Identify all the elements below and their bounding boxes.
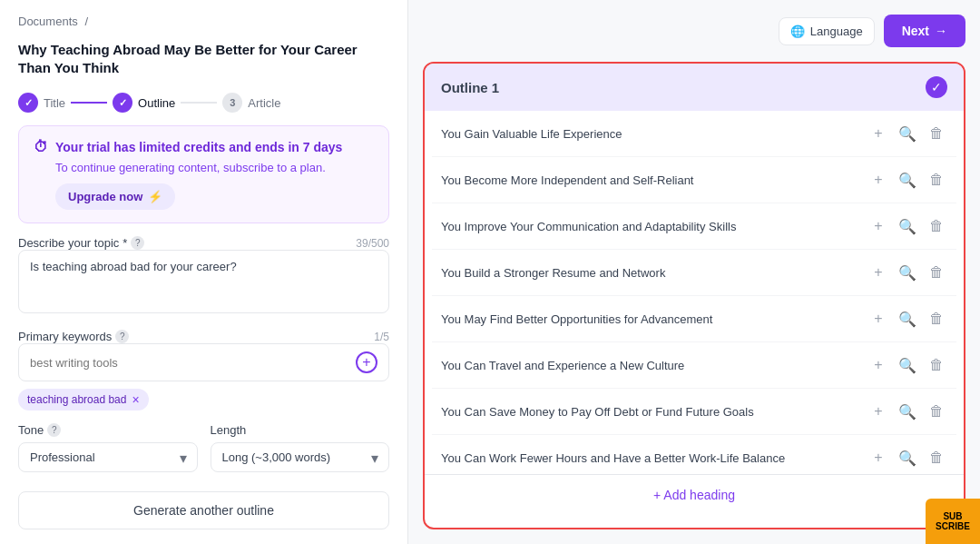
outline-item-add-2[interactable]: +	[867, 169, 889, 191]
keyword-tag-0: teaching abroad bad ×	[18, 389, 149, 410]
outline-item-6: You Can Travel and Experience a New Cult…	[432, 342, 956, 389]
outline-item-delete-4[interactable]: 🗑	[926, 262, 947, 283]
outline-item-actions-8: + 🔍 🗑	[867, 447, 947, 469]
keywords-field-header: Primary keywords ? 1/5	[18, 330, 389, 343]
outline-item-delete-7[interactable]: 🗑	[926, 401, 947, 422]
outline-item-delete-1[interactable]: 🗑	[926, 123, 947, 144]
outline-item-actions-7: + 🔍 🗑	[867, 401, 947, 422]
topic-field-group: Describe your topic * ? 39/500 Is teachi…	[18, 236, 389, 317]
tone-help-icon[interactable]: ?	[47, 423, 61, 437]
outline-item-actions-5: + 🔍 🗑	[867, 308, 947, 330]
tone-select[interactable]: Professional Casual Formal Friendly Witt…	[18, 442, 198, 472]
keyword-tags: teaching abroad bad ×	[18, 389, 389, 410]
trial-header: ⏱ Your trial has limited credits and end…	[34, 139, 374, 155]
next-arrow-icon: →	[935, 24, 947, 38]
keyword-tag-label-0: teaching abroad bad	[27, 393, 126, 406]
topic-char-count: 39/500	[356, 237, 389, 250]
outline-item-3: You Improve Your Communication and Adapt…	[432, 203, 956, 250]
watermark-line1: SUB	[943, 511, 962, 521]
length-select-wrap: Short (~500 words) Medium (~1,500 words)…	[211, 442, 390, 472]
outline-item-delete-2[interactable]: 🗑	[926, 169, 947, 191]
keywords-field-group: Primary keywords ? 1/5 + teaching abroad…	[18, 330, 389, 410]
next-label: Next	[902, 24, 929, 38]
outline-item-add-7[interactable]: +	[867, 401, 889, 422]
outline-item-delete-3[interactable]: 🗑	[926, 215, 947, 237]
step-article: 3 Article	[222, 93, 280, 113]
top-bar: 🌐 Language Next →	[423, 15, 965, 51]
outline-item-add-8[interactable]: +	[867, 447, 889, 469]
outline-item-text-3: You Improve Your Communication and Adapt…	[441, 220, 867, 233]
outline-item-delete-5[interactable]: 🗑	[926, 308, 947, 330]
step-title: ✓ Title	[18, 93, 65, 113]
breadcrumb: Documents /	[18, 15, 389, 28]
outline-item-actions-3: + 🔍 🗑	[867, 215, 947, 237]
outline-item-text-5: You May Find Better Opportunities for Ad…	[441, 312, 867, 326]
trial-sub: To continue generating content, subscrib…	[55, 161, 374, 174]
topic-required: *	[122, 236, 127, 250]
step-circle-title: ✓	[18, 93, 38, 113]
trial-clock-icon: ⏱	[34, 139, 48, 155]
outline-item-1: You Gain Valuable Life Experience + 🔍 🗑	[432, 111, 956, 157]
keywords-input[interactable]	[30, 356, 356, 370]
outline-item-search-1[interactable]: 🔍	[897, 123, 918, 144]
outline-item-delete-8[interactable]: 🗑	[926, 447, 947, 469]
breadcrumb-root[interactable]: Documents	[18, 15, 78, 28]
outline-item-add-3[interactable]: +	[867, 215, 889, 237]
outline-check-icon: ✓	[926, 76, 947, 98]
watermark-line2: SCRIBE	[936, 521, 970, 531]
outline-item-search-4[interactable]: 🔍	[897, 262, 918, 283]
length-label: Length	[211, 423, 390, 437]
left-panel: Documents / Why Teaching Abroad May Be B…	[0, 0, 408, 544]
length-group: Length Short (~500 words) Medium (~1,500…	[211, 423, 390, 472]
outline-item-search-2[interactable]: 🔍	[897, 169, 918, 191]
outline-item-add-6[interactable]: +	[867, 354, 889, 376]
outline-item-actions-1: + 🔍 🗑	[867, 123, 947, 144]
outline-item-7: You Can Save Money to Pay Off Debt or Fu…	[432, 389, 956, 435]
step-outline: ✓ Outline	[113, 93, 175, 113]
watermark: SUB SCRIBE	[926, 499, 980, 544]
outline-item-search-7[interactable]: 🔍	[897, 401, 918, 422]
outline-item-delete-6[interactable]: 🗑	[926, 354, 947, 376]
step-label-article: Article	[248, 96, 280, 110]
step-circle-article: 3	[222, 93, 242, 113]
outline-item-search-3[interactable]: 🔍	[897, 215, 918, 237]
keywords-help-icon[interactable]: ?	[115, 330, 129, 343]
outline-item-4: You Build a Stronger Resume and Network …	[432, 250, 956, 296]
outline-item-add-5[interactable]: +	[867, 308, 889, 330]
outline-item-text-6: You Can Travel and Experience a New Cult…	[441, 359, 867, 372]
language-button[interactable]: 🌐 Language	[779, 17, 875, 45]
upgrade-button[interactable]: Upgrade now ⚡	[55, 183, 175, 210]
outline-item-search-6[interactable]: 🔍	[897, 354, 918, 376]
language-icon: 🌐	[790, 25, 805, 38]
tone-label: Tone ?	[18, 423, 198, 437]
upgrade-icon: ⚡	[148, 190, 162, 203]
outline-items: You Gain Valuable Life Experience + 🔍 🗑 …	[425, 111, 964, 474]
trial-message: Your trial has limited credits and ends …	[55, 140, 342, 154]
add-heading-row[interactable]: + Add heading	[425, 474, 964, 515]
keywords-count: 1/5	[374, 331, 389, 343]
keyword-remove-0[interactable]: ×	[132, 392, 139, 407]
outline-header: Outline 1 ✓	[425, 64, 964, 111]
trial-banner: ⏱ Your trial has limited credits and end…	[18, 125, 389, 223]
outline-item-search-8[interactable]: 🔍	[897, 447, 918, 469]
steps-row: ✓ Title ✓ Outline 3 Article	[18, 93, 389, 113]
topic-textarea[interactable]: Is teaching abroad bad for your career?	[18, 250, 389, 313]
add-keyword-button[interactable]: +	[356, 351, 377, 373]
outline-item-8: You Can Work Fewer Hours and Have a Bett…	[432, 435, 956, 474]
outline-item-text-7: You Can Save Money to Pay Off Debt or Fu…	[441, 405, 867, 419]
right-panel: 🌐 Language Next → Outline 1 ✓ You Gain V…	[408, 0, 980, 544]
generate-button[interactable]: Generate another outline	[18, 491, 389, 529]
outline-item-text-4: You Build a Stronger Resume and Network	[441, 266, 867, 280]
outline-item-2: You Become More Independent and Self-Rel…	[432, 157, 956, 203]
topic-help-icon[interactable]: ?	[131, 236, 144, 250]
tone-group: Tone ? Professional Casual Formal Friend…	[18, 423, 198, 472]
outline-item-actions-4: + 🔍 🗑	[867, 262, 947, 283]
next-button[interactable]: Next →	[884, 15, 965, 47]
breadcrumb-separator: /	[84, 15, 88, 28]
length-select[interactable]: Short (~500 words) Medium (~1,500 words)…	[211, 442, 390, 472]
outline-item-add-4[interactable]: +	[867, 262, 889, 283]
outline-item-add-1[interactable]: +	[867, 123, 889, 144]
outline-item-5: You May Find Better Opportunities for Ad…	[432, 296, 956, 342]
upgrade-label: Upgrade now	[68, 190, 142, 203]
outline-item-search-5[interactable]: 🔍	[897, 308, 918, 330]
